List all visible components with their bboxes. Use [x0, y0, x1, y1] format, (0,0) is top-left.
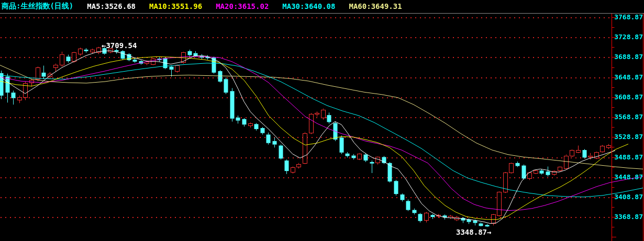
- price-axis-label: 3688.87: [613, 53, 643, 61]
- price-axis-label: 3728.87: [613, 33, 643, 41]
- ma10-value-label: MA10:3551.96: [149, 2, 202, 10]
- price-axis-label: 3448.87: [613, 174, 643, 181]
- header-divider: [0, 13, 644, 14]
- peak-price-annotation: ←3709.54: [102, 42, 137, 50]
- price-axis-label: 3568.87: [613, 113, 643, 121]
- low-price-annotation: 3348.87→: [456, 228, 491, 236]
- ma20-value-label: MA20:3615.02: [216, 2, 269, 10]
- price-axis-label: 3528.87: [613, 133, 643, 141]
- ma30-value-label: MA30:3640.08: [282, 2, 335, 10]
- chart-window: 商品:生丝指数(日线) MA5:3526.68MA10:3551.96MA20:…: [0, 0, 644, 241]
- chart-header: 商品:生丝指数(日线) MA5:3526.68MA10:3551.96MA20:…: [0, 0, 644, 13]
- price-axis-label: 3608.87: [613, 94, 643, 101]
- price-axis-label: 3368.87: [613, 213, 643, 221]
- ma5-value-label: MA5:3526.68: [87, 2, 136, 10]
- price-axis-label: 3768.87: [613, 14, 643, 21]
- price-axis-label: 3408.87: [613, 193, 643, 201]
- price-axis-label: 3488.87: [613, 154, 643, 161]
- instrument-title: 商品:生丝指数(日线): [2, 2, 73, 11]
- price-axis-label: 3648.87: [613, 74, 643, 81]
- ma60-value-label: MA60:3649.31: [349, 2, 402, 10]
- price-chart-canvas[interactable]: [0, 0, 644, 241]
